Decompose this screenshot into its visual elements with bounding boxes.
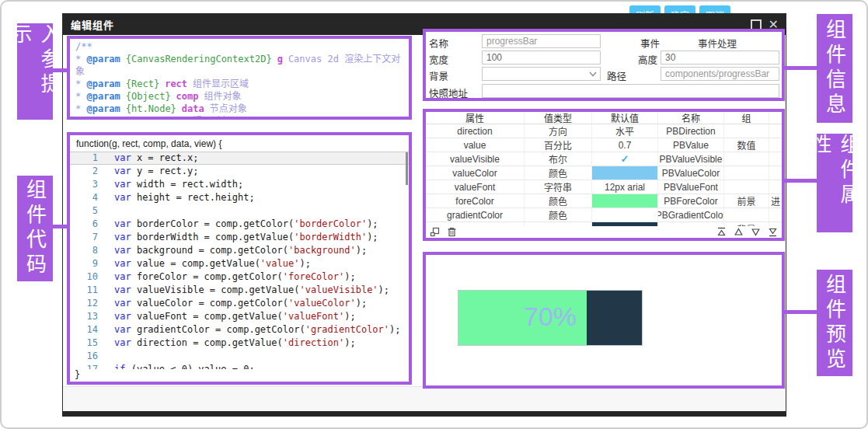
- code-line: 10var foreColor = comp.getColor('foreCol…: [70, 270, 409, 284]
- table-cell: [724, 180, 769, 194]
- code-line: 2var y = rect.y;: [70, 165, 409, 178]
- add-property-icon[interactable]: [430, 227, 440, 237]
- component-properties-panel: 属性值类型默认值名称组 direction方向水平PBDirectionvalu…: [423, 109, 785, 241]
- event-handler-link[interactable]: 事件处理: [659, 36, 776, 51]
- move-top-icon[interactable]: [716, 227, 727, 237]
- move-up-icon[interactable]: [734, 227, 744, 237]
- property-row[interactable]: value百分比0.7PBValue数值: [426, 138, 782, 152]
- code-line: 16: [70, 350, 409, 363]
- height-label: 高度: [638, 52, 657, 67]
- property-row[interactable]: valueVisible布尔✓PBValueVisible: [426, 152, 782, 166]
- event-label: 事件: [640, 36, 660, 51]
- background-select[interactable]: [482, 67, 601, 81]
- code-line: 14var gradientColor = comp.getColor('gra…: [70, 323, 409, 337]
- table-cell: [724, 124, 769, 138]
- snapshot-label: 快照地址: [429, 85, 468, 100]
- table-cell: [769, 166, 782, 180]
- code-line: 8var background = comp.getColor('backgro…: [70, 244, 409, 257]
- component-preview-panel: 70%: [423, 252, 785, 389]
- move-down-icon[interactable]: [751, 227, 761, 237]
- table-cell: PBValueColor: [658, 166, 724, 180]
- table-cell: [724, 152, 769, 166]
- table-cell: 颜色: [525, 208, 592, 222]
- table-cell: [769, 124, 782, 138]
- path-label: 路径: [607, 68, 626, 83]
- table-cell: valueFont: [426, 180, 525, 194]
- snapshot-input[interactable]: [482, 84, 779, 98]
- table-cell: value: [426, 138, 525, 152]
- callout-component-info: 组件信息: [817, 14, 852, 123]
- jsdoc-param-line: * @param{Object}comp组件对象: [75, 90, 403, 103]
- table-cell: PBDirection: [658, 124, 724, 138]
- table-cell: [724, 166, 769, 180]
- scrollbar-thumb[interactable]: [406, 152, 408, 185]
- callout-connector: [785, 66, 817, 70]
- background-label: 背景: [429, 68, 448, 83]
- table-cell: foreColor: [426, 194, 525, 208]
- callout-connector: [785, 310, 817, 314]
- table-cell: PBGradientColor: [658, 208, 724, 222]
- property-row[interactable]: foreColor颜色PBForeColor前景进: [426, 194, 782, 208]
- table-cell: valueVisible: [426, 152, 525, 166]
- table-body: direction方向水平PBDirectionvalue百分比0.7PBVal…: [426, 124, 782, 226]
- width-input[interactable]: [482, 51, 601, 65]
- table-cell: PBForeColor: [658, 194, 724, 208]
- table-cell: [769, 138, 782, 152]
- table-cell: [769, 180, 782, 194]
- move-bottom-icon[interactable]: [768, 227, 778, 237]
- table-cell: 前景: [724, 194, 769, 208]
- table-cell: [769, 208, 782, 222]
- table-cell: PBValueFont: [658, 180, 724, 194]
- checkbox-checked-icon[interactable]: ✓: [621, 153, 629, 165]
- property-row[interactable]: valueFont字符串12px arialPBValueFont: [426, 180, 782, 194]
- table-cell: [724, 208, 769, 222]
- jsdoc-param-line: * @param{ht.Node}data节点对象: [75, 103, 403, 115]
- column-header: 属性: [426, 112, 525, 124]
- column-header: 组: [724, 112, 769, 124]
- table-cell: 进: [769, 194, 782, 208]
- code-line: 4var height = rect.height;: [70, 191, 409, 204]
- code-line: 5: [70, 204, 409, 218]
- table-cell: [769, 152, 782, 166]
- name-input[interactable]: [482, 34, 601, 48]
- trash-icon[interactable]: [447, 227, 457, 237]
- column-header: 默认值: [592, 112, 658, 124]
- code-lines[interactable]: 1var x = rect.x;2var y = rect.y;3var wid…: [70, 152, 409, 371]
- table-cell: [592, 208, 658, 222]
- path-input[interactable]: [661, 67, 779, 81]
- table-cell: ✓: [592, 152, 658, 166]
- dialog-footer: [63, 386, 786, 411]
- column-header: 名称: [658, 112, 724, 124]
- comment-open: /**: [75, 40, 403, 53]
- code-line: 13var valueFont = comp.getValue('valueFo…: [70, 310, 409, 323]
- table-cell: 水平: [592, 124, 658, 138]
- table-cell: 数值: [724, 138, 769, 152]
- progress-bar-preview: 70%: [458, 290, 643, 346]
- column-header: [769, 112, 782, 124]
- jsdoc-param-line: * @param{CanvasRenderingContext2D}gCanva…: [75, 53, 403, 78]
- component-info-form: 名称 事件 事件处理 宽度 高度 背景 路径 快照地址: [423, 29, 785, 101]
- property-row[interactable]: direction方向水平PBDirection: [426, 124, 782, 138]
- height-input[interactable]: [661, 51, 779, 65]
- color-swatch: [592, 166, 658, 180]
- callout-connector: [785, 179, 817, 183]
- table-cell: 12px arial: [592, 180, 658, 194]
- property-row[interactable]: gradientColor颜色PBGradientColor: [426, 208, 782, 222]
- table-cell: PBValueVisible: [658, 152, 724, 166]
- property-row[interactable]: valueColor颜色PBValueColor: [426, 166, 782, 180]
- table-cell: 颜色: [525, 166, 592, 180]
- table-cell: 0.7: [592, 138, 658, 152]
- code-line: 12var valueColor = comp.getColor('valueC…: [70, 297, 409, 310]
- code-line: 6var borderColor = comp.getColor('border…: [70, 218, 409, 231]
- table-cell: direction: [426, 124, 525, 138]
- table-cell: 字符串: [525, 180, 592, 194]
- callout-connector: [53, 68, 67, 72]
- callout-input-params: 入参提示: [17, 23, 53, 120]
- table-cell: 百分比: [525, 138, 592, 152]
- callout-connector: [53, 225, 67, 228]
- code-editor[interactable]: function(g, rect, comp, data, view) { 1v…: [67, 132, 412, 385]
- code-line: 7var borderWidth = comp.getValue('border…: [70, 231, 409, 244]
- callout-component-code: 组件代码: [17, 176, 53, 281]
- jsdoc-param-line: * @param{View}view视图对象: [75, 115, 403, 120]
- dialog-title: 编辑组件: [63, 17, 114, 32]
